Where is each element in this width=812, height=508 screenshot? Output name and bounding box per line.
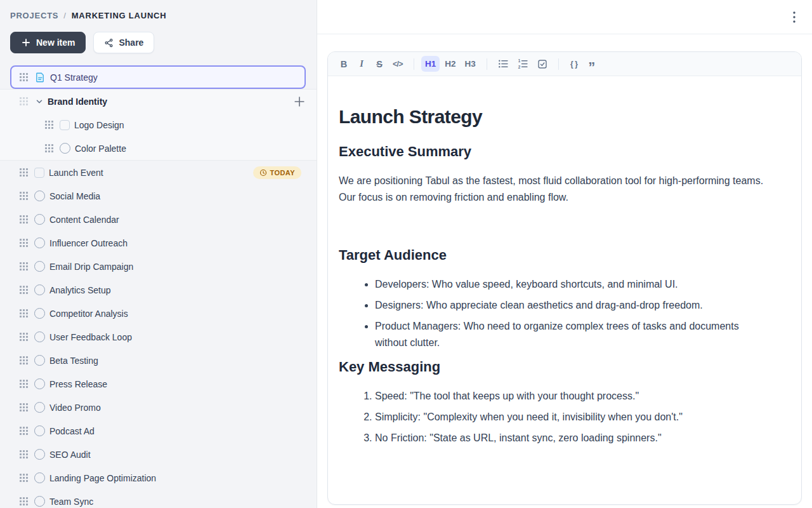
- section-heading[interactable]: Executive Summary: [339, 142, 773, 161]
- drag-handle[interactable]: [19, 403, 29, 412]
- checkbox-icon[interactable]: [34, 168, 44, 178]
- list-item-content-calendar[interactable]: Content Calendar: [10, 208, 306, 231]
- list-item-podcast-ad[interactable]: Podcast Ad: [10, 419, 306, 443]
- heading3-button[interactable]: H3: [461, 56, 479, 72]
- drag-handle[interactable]: [19, 285, 29, 295]
- drag-handle[interactable]: [19, 215, 29, 224]
- section-paragraph[interactable]: We are positioning Tabul as the fastest,…: [339, 173, 773, 206]
- status-circle-icon[interactable]: [34, 190, 45, 201]
- list-item-social-media[interactable]: Social Media: [10, 184, 306, 208]
- bullet-item[interactable]: Designers: Who appreciate clean aestheti…: [375, 297, 773, 314]
- checklist-button[interactable]: [534, 56, 551, 72]
- list-item-color-palette[interactable]: Color Palette: [10, 137, 306, 160]
- drag-handle[interactable]: [19, 356, 29, 365]
- inline-code-button[interactable]: </>: [389, 56, 407, 72]
- item-label: Analytics Setup: [49, 285, 111, 295]
- list-item-landing-page-optimization[interactable]: Landing Page Optimization: [10, 466, 306, 490]
- numbered-item[interactable]: Simplicity: "Complexity when you need it…: [375, 409, 773, 425]
- list-item-beta-testing[interactable]: Beta Testing: [10, 349, 306, 372]
- add-child-icon[interactable]: [293, 95, 306, 108]
- drag-handle[interactable]: [19, 426, 29, 436]
- drag-handle[interactable]: [19, 238, 29, 248]
- plus-icon: [21, 37, 31, 48]
- list-item-team-sync[interactable]: Team Sync: [10, 490, 306, 508]
- pane-header: [317, 0, 812, 34]
- drag-handle[interactable]: [44, 144, 54, 153]
- status-circle-icon[interactable]: [34, 237, 45, 248]
- document-title[interactable]: Launch Strategy: [339, 105, 773, 128]
- drag-handle[interactable]: [19, 97, 29, 106]
- list-item-analytics-setup[interactable]: Analytics Setup: [10, 278, 306, 302]
- status-circle-icon[interactable]: [34, 214, 45, 225]
- bold-button[interactable]: B: [336, 56, 352, 72]
- list-item-email-drip-campaign[interactable]: Email Drip Campaign: [10, 255, 306, 278]
- list-item-seo-audit[interactable]: SEO Audit: [10, 443, 306, 466]
- status-circle-icon[interactable]: [34, 284, 45, 295]
- italic-button[interactable]: I: [353, 56, 370, 72]
- breadcrumb-current: MARKETING LAUNCH: [72, 11, 167, 20]
- bullet-list-button[interactable]: [494, 56, 513, 72]
- status-circle-icon[interactable]: [34, 449, 45, 460]
- list-item-q1-strategy[interactable]: Q1 Strategy: [10, 65, 306, 89]
- bullet-item[interactable]: Product Managers: Who need to organize c…: [375, 318, 773, 351]
- status-circle-icon[interactable]: [34, 355, 45, 366]
- new-item-button[interactable]: New item: [10, 32, 86, 53]
- list-item-launch-event[interactable]: Launch Event TODAY: [10, 161, 306, 184]
- status-circle-icon[interactable]: [34, 378, 45, 389]
- list-item-video-promo[interactable]: Video Promo: [10, 396, 306, 419]
- status-circle-icon[interactable]: [34, 261, 45, 272]
- status-circle-icon[interactable]: [34, 308, 45, 319]
- section-heading[interactable]: Key Messaging: [339, 358, 773, 377]
- today-badge: TODAY: [253, 166, 302, 179]
- item-list: Q1 Strategy Brand Identity: [0, 65, 317, 508]
- heading2-button[interactable]: H2: [441, 56, 459, 72]
- drag-handle[interactable]: [19, 450, 29, 459]
- section-heading[interactable]: Target Audience: [339, 246, 773, 265]
- status-circle-icon[interactable]: [34, 331, 45, 342]
- toolbar-divider: [487, 58, 487, 70]
- drag-handle[interactable]: [44, 120, 54, 130]
- list-item-competitor-analysis[interactable]: Competitor Analysis: [10, 302, 306, 325]
- status-circle-icon[interactable]: [34, 425, 45, 436]
- list-item-brand-identity[interactable]: Brand Identity: [10, 90, 306, 113]
- drag-handle[interactable]: [19, 262, 29, 271]
- item-label: Content Calendar: [49, 215, 119, 225]
- drag-handle[interactable]: [19, 72, 29, 82]
- numbered-item[interactable]: No Friction: "State as URL, instant sync…: [375, 430, 773, 446]
- numbered-list-button[interactable]: 12: [514, 56, 532, 72]
- bullet-item[interactable]: Developers: Who value speed, keyboard sh…: [375, 276, 773, 293]
- drag-handle[interactable]: [19, 332, 29, 342]
- status-circle-icon[interactable]: [34, 472, 45, 483]
- drag-handle[interactable]: [19, 191, 29, 201]
- item-label: Competitor Analysis: [49, 309, 128, 319]
- list-item-user-feedback-loop[interactable]: User Feedback Loop: [10, 325, 306, 349]
- breadcrumb-root[interactable]: PROJECTS: [10, 11, 58, 20]
- document-body[interactable]: Launch Strategy Executive Summary We are…: [328, 76, 801, 504]
- status-circle-icon[interactable]: [60, 143, 70, 154]
- drag-handle[interactable]: [19, 309, 29, 318]
- quote-button[interactable]: ”: [584, 56, 600, 72]
- drag-handle[interactable]: [19, 497, 29, 506]
- kebab-menu-icon[interactable]: [790, 9, 798, 25]
- heading1-button[interactable]: H1: [421, 56, 440, 72]
- list-item-influencer-outreach[interactable]: Influencer Outreach: [10, 231, 306, 255]
- numbered-item[interactable]: Speed: "The tool that keeps up with your…: [375, 388, 773, 404]
- drag-handle[interactable]: [19, 168, 29, 177]
- status-circle-icon[interactable]: [34, 496, 45, 507]
- list-item-press-release[interactable]: Press Release: [10, 372, 306, 396]
- item-label: Email Drip Campaign: [49, 262, 133, 272]
- drag-handle[interactable]: [19, 473, 29, 483]
- status-circle-icon[interactable]: [34, 402, 45, 413]
- item-label: Team Sync: [49, 497, 93, 507]
- chevron-down-icon[interactable]: [35, 97, 44, 106]
- code-block-button[interactable]: { }: [566, 56, 582, 72]
- item-label: Press Release: [49, 379, 107, 389]
- share-button[interactable]: Share: [93, 32, 154, 53]
- item-label: Color Palette: [75, 144, 126, 154]
- empty-paragraph[interactable]: [339, 216, 773, 232]
- list-item-logo-design[interactable]: Logo Design: [10, 113, 306, 137]
- checkbox-icon[interactable]: [60, 120, 70, 130]
- drag-handle[interactable]: [19, 379, 29, 389]
- strikethrough-button[interactable]: S: [371, 56, 388, 72]
- item-label: Q1 Strategy: [50, 72, 98, 83]
